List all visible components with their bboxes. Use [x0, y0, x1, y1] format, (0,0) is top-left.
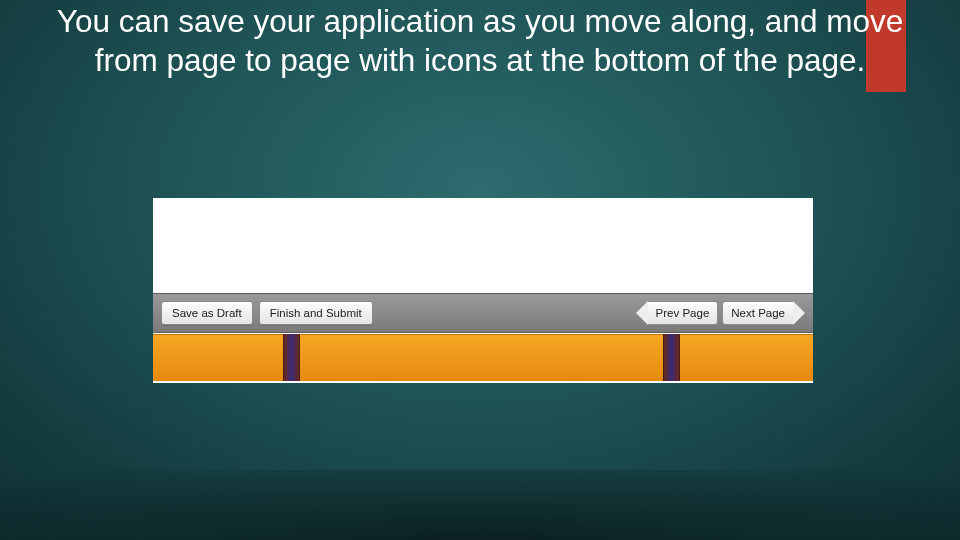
chevron-right-icon: [793, 301, 805, 325]
finish-and-submit-button[interactable]: Finish and Submit: [259, 301, 373, 325]
chevron-left-icon: [636, 301, 648, 325]
next-page-button[interactable]: Next Page: [718, 301, 805, 325]
decorative-orange-strip: [153, 334, 813, 381]
decorative-ribbon: [663, 334, 680, 381]
prev-page-label: Prev Page: [648, 301, 719, 325]
form-blank-area: [153, 198, 813, 293]
next-page-label: Next Page: [722, 301, 793, 325]
prev-page-button[interactable]: Prev Page: [636, 301, 719, 325]
slide-vignette: [0, 470, 960, 540]
page-nav-toolbar: Save as Draft Finish and Submit Prev Pag…: [153, 293, 813, 333]
headline-text: You can save your application as you mov…: [0, 2, 960, 81]
decorative-ribbon: [283, 334, 300, 381]
save-as-draft-button[interactable]: Save as Draft: [161, 301, 253, 325]
embedded-screenshot-panel: Save as Draft Finish and Submit Prev Pag…: [153, 198, 813, 383]
